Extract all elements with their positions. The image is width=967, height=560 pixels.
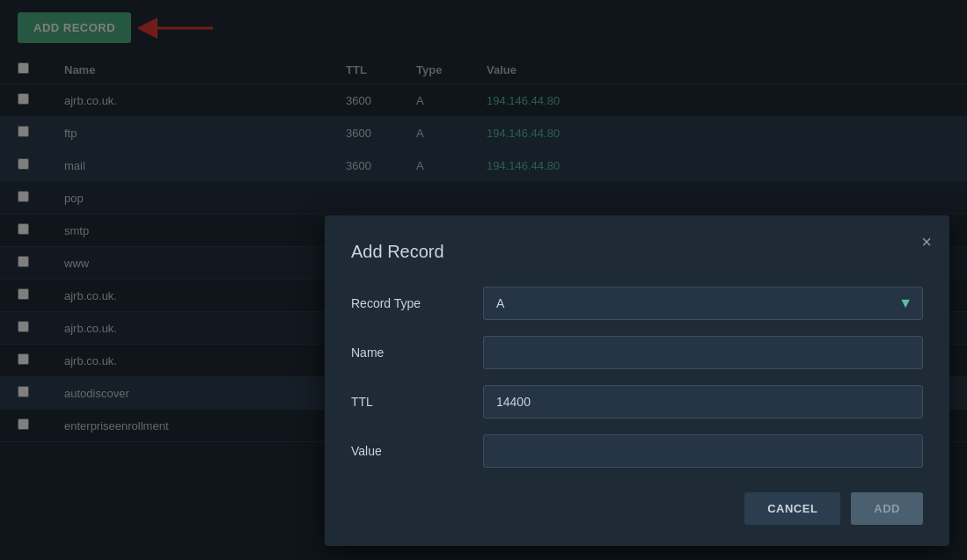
ttl-input[interactable]	[483, 385, 923, 418]
modal-overlay: Add Record × Record Type AAAAACNAMEMXTXT…	[0, 0, 967, 560]
modal-footer: CANCEL ADD	[351, 492, 923, 525]
record-type-select[interactable]: AAAAACNAMEMXTXTNSSRVCAA	[483, 287, 923, 320]
modal-title: Add Record	[351, 242, 923, 262]
modal-close-button[interactable]: ×	[921, 233, 932, 251]
value-input[interactable]	[483, 434, 923, 468]
value-label: Value	[351, 444, 483, 458]
ttl-row: TTL	[351, 385, 923, 418]
ttl-label: TTL	[351, 395, 483, 409]
name-row: Name	[351, 336, 923, 369]
record-type-label: Record Type	[351, 296, 483, 310]
name-input[interactable]	[483, 336, 923, 369]
record-type-row: Record Type AAAAACNAMEMXTXTNSSRVCAA ▼	[351, 287, 923, 320]
value-row: Value	[351, 434, 923, 468]
add-record-modal: Add Record × Record Type AAAAACNAMEMXTXT…	[325, 215, 949, 546]
cancel-button[interactable]: CANCEL	[744, 492, 840, 525]
add-button[interactable]: ADD	[851, 492, 923, 525]
record-type-select-wrapper: AAAAACNAMEMXTXTNSSRVCAA ▼	[483, 287, 923, 320]
name-label: Name	[351, 345, 483, 360]
